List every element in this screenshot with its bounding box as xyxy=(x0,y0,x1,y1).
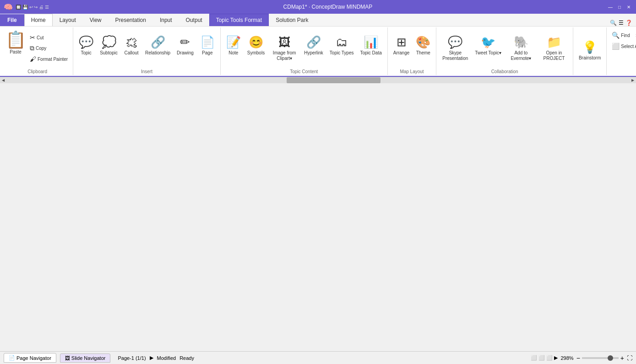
insert-group: 💬 Topic 💭 Subtopic 🗯 Callout 🔗 Relations… xyxy=(73,27,221,75)
tab-presentation[interactable]: Presentation xyxy=(109,14,153,26)
hscroll-track[interactable] xyxy=(6,77,630,83)
topic-data-icon: 📊 xyxy=(364,35,378,49)
editing-group: 🔍 Find ⇄ Replace ⬜ Select All ↵ Smart En… xyxy=(607,27,636,75)
symbols-button[interactable]: 😊 Symbols xyxy=(245,32,267,68)
tab-topic-tools-format[interactable]: Topic Tools Format xyxy=(209,14,269,26)
tab-solution-park[interactable]: Solution Park xyxy=(269,14,315,26)
tab-file[interactable]: File xyxy=(0,14,24,26)
topic-data-button[interactable]: 📊 Topic Data xyxy=(357,32,384,68)
topic-button[interactable]: 💬 Topic xyxy=(76,32,96,68)
drawing-button[interactable]: ✏ Drawing xyxy=(174,32,196,68)
note-button[interactable]: 📝 Note xyxy=(223,32,244,68)
ribbon: 📋 Paste ✂ Cut ⧉ Copy 🖌 xyxy=(0,27,636,77)
page-icon: 📄 xyxy=(200,35,215,49)
tab-input[interactable]: Input xyxy=(153,14,179,26)
hyperlink-icon: 🔗 xyxy=(306,35,321,49)
hscroll-left[interactable]: ◀ xyxy=(0,77,6,84)
theme-button[interactable]: 🎨 Theme xyxy=(413,32,433,68)
evernote-label: Add to Evernote▾ xyxy=(508,50,534,61)
fit-button[interactable]: ⛶ xyxy=(627,355,632,361)
brainstorm-button[interactable]: 💡 Brainstorm xyxy=(576,37,603,73)
note-label: Note xyxy=(228,50,238,56)
subtopic-button[interactable]: 💭 Subtopic xyxy=(97,32,120,68)
open-project-icon: 📁 xyxy=(547,35,561,49)
tweet-button[interactable]: 🐦 Tweet Topic▾ xyxy=(472,32,504,68)
slide-navigator-tab[interactable]: 🖼 Slide Navigator xyxy=(60,353,111,363)
status-bar: 📄 Page Navigator 🖼 Slide Navigator Page-… xyxy=(0,351,636,364)
tab-view[interactable]: View xyxy=(83,14,109,26)
skype-button[interactable]: 💬 Skype Presentation xyxy=(439,32,471,68)
zoom-in-button[interactable]: + xyxy=(620,354,624,362)
page-button[interactable]: 📄 Page xyxy=(197,32,217,68)
ready-status: Ready xyxy=(179,355,194,361)
clipboard-label: Clipboard xyxy=(5,68,70,74)
slide-navigator-label: Slide Navigator xyxy=(71,355,106,361)
paste-button[interactable]: 📋 Paste xyxy=(5,28,27,68)
maximize-button[interactable]: □ xyxy=(616,3,623,11)
hscroll-right[interactable]: ▶ xyxy=(630,77,636,84)
symbols-icon: 😊 xyxy=(249,35,263,49)
image-clipart-label: Image from Clipart▾ xyxy=(271,50,298,61)
evernote-button[interactable]: 🐘 Add to Evernote▾ xyxy=(505,32,537,68)
replace-button[interactable]: ⇄ Replace xyxy=(633,30,636,40)
zoom-slider[interactable] xyxy=(582,357,619,359)
hscroll-thumb[interactable] xyxy=(287,77,380,83)
arrange-button[interactable]: ⊞ Arrange xyxy=(391,32,413,68)
page-navigator-tab[interactable]: 📄 Page Navigator xyxy=(4,353,56,363)
topic-types-icon: 🗂 xyxy=(336,35,348,49)
status-icons: ⬜ ⬜ ⬜ ▶ xyxy=(531,355,558,361)
theme-label: Theme xyxy=(416,50,430,56)
cut-icon: ✂ xyxy=(30,34,35,41)
tab-home[interactable]: Home xyxy=(24,14,53,26)
tab-output[interactable]: Output xyxy=(179,14,209,26)
open-project-button[interactable]: 📁 Open in PROJECT xyxy=(538,32,570,68)
arrange-icon: ⊞ xyxy=(397,35,407,49)
topic-icon: 💬 xyxy=(79,35,93,49)
horizontal-scrollbar[interactable]: ◀ ▶ xyxy=(0,77,636,83)
skype-icon: 💬 xyxy=(448,35,462,49)
callout-button[interactable]: 🗯 Callout xyxy=(121,32,141,68)
relationship-icon: 🔗 xyxy=(151,35,165,49)
minimize-button[interactable]: — xyxy=(607,3,614,11)
ribbon-area: File Home Layout View Presentation Input… xyxy=(0,14,636,77)
collaboration-label: Collaboration xyxy=(439,68,570,74)
relationship-label: Relationship xyxy=(145,50,170,56)
tab-layout[interactable]: Layout xyxy=(53,14,83,26)
topic-content-label: Topic Content xyxy=(223,68,385,74)
paste-label: Paste xyxy=(10,49,22,54)
topic-types-label: Topic Types xyxy=(330,50,354,56)
zoom-thumb[interactable] xyxy=(608,355,613,361)
page-label: Page xyxy=(202,50,212,56)
find-button[interactable]: 🔍 Find xyxy=(609,30,632,40)
brainstorm-group: 💡 Brainstorm xyxy=(573,27,607,75)
find-icon: 🔍 xyxy=(612,32,620,39)
skype-label: Skype Presentation xyxy=(442,50,468,61)
arrange-label: Arrange xyxy=(393,50,410,56)
find-label: Find xyxy=(621,33,630,38)
copy-button[interactable]: ⧉ Copy xyxy=(27,43,70,54)
format-painter-button[interactable]: 🖌 Format Painter xyxy=(27,54,70,64)
modified-status: Modified xyxy=(157,355,176,361)
zoom-controls: − + xyxy=(576,354,624,362)
close-button[interactable]: ✕ xyxy=(625,3,632,11)
topic-types-button[interactable]: 🗂 Topic Types xyxy=(327,32,357,68)
theme-icon: 🎨 xyxy=(416,35,430,49)
hyperlink-button[interactable]: 🔗 Hyperlink xyxy=(301,32,326,68)
subtopic-label: Subtopic xyxy=(100,50,118,56)
topic-label: Topic xyxy=(81,50,91,56)
menu-tabs: File Home Layout View Presentation Input… xyxy=(0,14,636,27)
nav-arrow[interactable]: ▶ xyxy=(150,355,153,361)
select-all-icon: ⬜ xyxy=(612,43,620,50)
relationship-button[interactable]: 🔗 Relationship xyxy=(142,32,173,68)
select-all-button[interactable]: ⬜ Select All xyxy=(609,41,636,51)
hyperlink-label: Hyperlink xyxy=(304,50,323,56)
clipboard-small-buttons: ✂ Cut ⧉ Copy 🖌 Format Painter xyxy=(27,28,70,68)
zoom-out-button[interactable]: − xyxy=(576,354,580,362)
image-clipart-icon: 🖼 xyxy=(278,35,290,49)
drawing-icon: ✏ xyxy=(180,35,190,49)
image-clipart-button[interactable]: 🖼 Image from Clipart▾ xyxy=(268,32,300,68)
select-all-label: Select All xyxy=(621,44,636,49)
cut-button[interactable]: ✂ Cut xyxy=(27,32,70,43)
format-painter-icon: 🖌 xyxy=(30,55,36,63)
cut-label: Cut xyxy=(37,35,44,40)
